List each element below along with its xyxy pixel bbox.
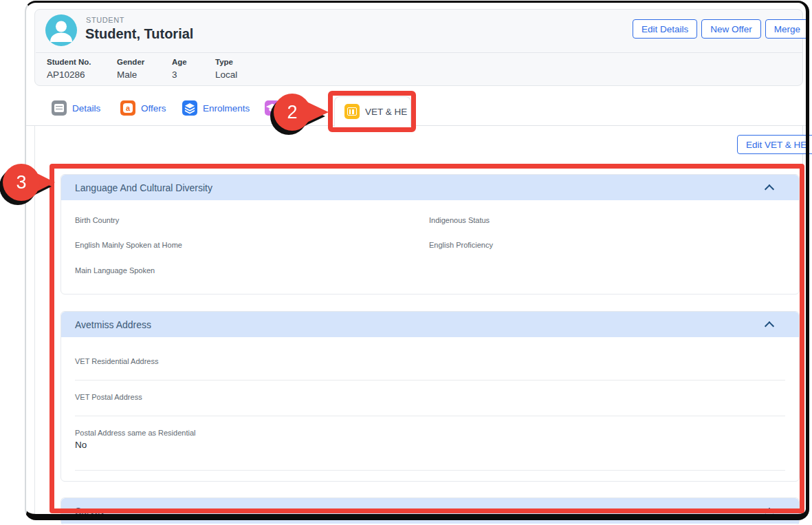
edit-vet-he-button[interactable]: Edit VET & HE [737,135,812,154]
tab-label: Offers [141,103,166,114]
section-header[interactable]: Avetmiss Address [61,312,799,337]
info-value: 3 [172,69,187,80]
field-label-postal-same-as-residential: Postal Address same as Residential [75,429,195,437]
chevron-up-icon[interactable] [765,321,774,331]
section-title: Avetmiss Address [75,319,151,330]
chevron-up-icon[interactable] [765,184,774,194]
field-divider [75,416,785,416]
merge-button[interactable]: Merge [765,19,809,39]
tab-label-fragment: ys [305,105,314,116]
header-action-buttons: Edit Details New Offer Merge [633,19,812,39]
graduation-cap-icon [265,100,280,116]
field-divider [75,380,785,381]
field-value-postal-same-as-residential: No [75,440,87,450]
tab-label: Details [72,103,100,114]
columns-icon [344,104,360,119]
info-value: AP10286 [47,69,91,80]
field-label-english-proficiency: English Proficiency [429,241,493,249]
layers-icon [182,100,197,116]
info-student-no: Student No. AP10286 [47,58,91,80]
info-value: Local [215,69,237,80]
section-header[interactable]: Language And Cultural Diversity [61,175,799,200]
section-title: Language And Cultural Diversity [75,182,212,193]
tab-details[interactable]: Details [52,100,100,116]
field-label-birth-country: Birth Country [75,216,119,224]
edit-details-button[interactable]: Edit Details [633,19,697,39]
tab-vet-he[interactable]: VET & HE [334,96,411,127]
field-label-vet-residential-address: VET Residential Address [75,357,158,365]
screenshot-canvas: STUDENT Student, Tutorial Edit Details N… [0,0,812,525]
section-title: Survey [75,506,105,517]
info-label: Type [215,58,237,66]
header-divider [36,52,803,53]
student-avatar-icon [45,14,77,46]
info-label: Student No. [47,58,91,66]
tab-offers[interactable]: a Offers [120,100,166,116]
field-label-indigenous-status: Indigenous Status [429,216,490,224]
info-label: Age [172,58,187,66]
tab-partially-hidden[interactable] [265,100,280,116]
document-icon [52,100,67,116]
tab-label: VET & HE [365,107,407,117]
section-survey: Survey [61,497,800,525]
tab-enrolments[interactable]: Enrolments [182,100,250,116]
student-name: Student, Tutorial [85,26,193,42]
section-avetmiss-address: Avetmiss Address VET Residential Address… [61,311,800,482]
info-gender: Gender Male [117,58,144,80]
field-label-main-language: Main Language Spoken [75,266,155,275]
info-type: Type Local [215,58,237,80]
info-value: Male [117,69,144,80]
field-divider [75,470,785,471]
field-label-english-mainly-spoken: English Mainly Spoken at Home [75,241,182,249]
section-language-cultural-diversity: Language And Cultural Diversity Birth Co… [61,174,800,294]
field-label-vet-postal-address: VET Postal Address [75,393,142,401]
chevron-up-icon[interactable] [765,508,774,517]
offers-icon: a [120,100,135,116]
new-offer-button[interactable]: New Offer [701,19,761,39]
section-header[interactable]: Survey [61,498,799,524]
tab-label: Enrolments [203,103,250,114]
info-label: Gender [117,58,144,66]
entity-type-label: STUDENT [86,16,124,24]
info-age: Age 3 [172,58,187,80]
